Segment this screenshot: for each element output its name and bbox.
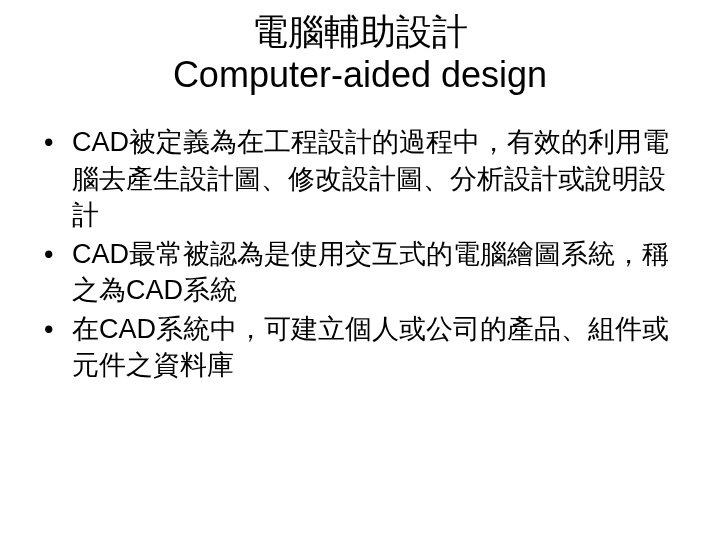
list-item: CAD最常被認為是使用交互式的電腦繪圖系統，稱之為CAD系統: [58, 236, 690, 309]
list-item: 在CAD系統中，可建立個人或公司的產品、組件或元件之資料庫: [58, 311, 690, 384]
title-line-1: 電腦輔助設計: [30, 10, 690, 53]
list-item: CAD被定義為在工程設計的過程中，有效的利用電腦去產生設計圖、修改設計圖、分析設…: [58, 124, 690, 233]
bullet-list: CAD被定義為在工程設計的過程中，有效的利用電腦去產生設計圖、修改設計圖、分析設…: [30, 124, 690, 383]
slide-title: 電腦輔助設計 Computer-aided design: [30, 10, 690, 96]
title-line-2: Computer-aided design: [30, 53, 690, 96]
